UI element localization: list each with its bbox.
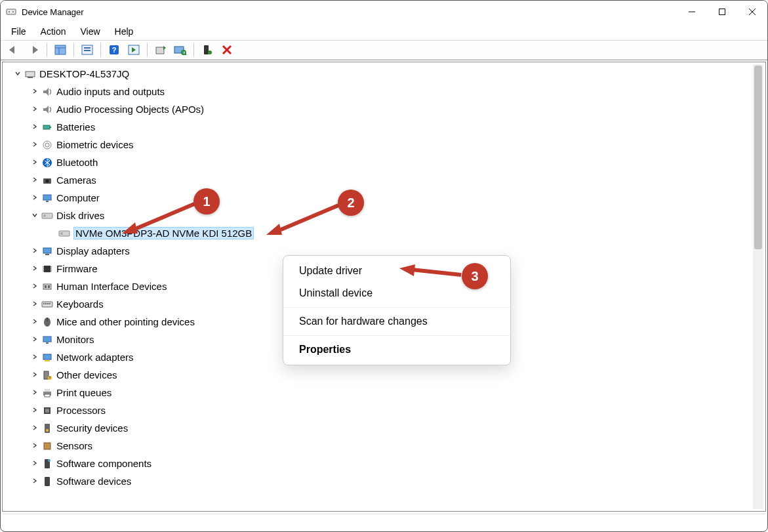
tree-item-security[interactable]: Security devices [5, 419, 765, 437]
svg-point-44 [60, 232, 63, 235]
toolbar-separator [73, 43, 74, 57]
close-button[interactable] [737, 1, 767, 23]
expand-icon[interactable] [29, 159, 41, 167]
expand-icon[interactable] [29, 442, 41, 450]
svg-rect-13 [84, 47, 91, 49]
menubar: File Action View Help [1, 23, 767, 40]
tree-item-bluetooth[interactable]: Bluetooth [5, 153, 765, 171]
context-properties[interactable]: Properties [283, 338, 510, 361]
svg-text:?: ? [112, 46, 117, 54]
svg-marker-8 [33, 46, 38, 54]
vertical-scrollbar[interactable] [753, 64, 763, 509]
tree-item-apo[interactable]: Audio Processing Objects (APOs) [5, 100, 765, 118]
camera-icon [41, 174, 54, 187]
expand-icon[interactable] [29, 478, 41, 485]
expand-icon[interactable] [29, 106, 41, 113]
tree-item-label: Monitors [56, 334, 94, 345]
disk-icon [41, 209, 54, 222]
expand-icon[interactable] [29, 424, 41, 432]
monitor-icon [41, 192, 54, 205]
svg-rect-28 [26, 72, 35, 77]
tree-item-label: Sensors [56, 440, 92, 451]
svg-rect-58 [43, 303, 45, 304]
expand-icon[interactable] [29, 194, 41, 202]
update-driver-button[interactable] [152, 41, 170, 58]
tree-item-batteries[interactable]: Batteries [5, 118, 765, 136]
menu-action[interactable]: Action [34, 25, 73, 38]
tree-item-software-devices[interactable]: Software devices [5, 472, 765, 490]
minimize-button[interactable] [677, 1, 707, 23]
battery-icon [41, 121, 54, 134]
tree-item-label: Biometric devices [56, 139, 134, 150]
annotation-badge-1: 1 [193, 188, 220, 215]
tree-item-processors[interactable]: Processors [5, 401, 765, 419]
expand-icon[interactable] [29, 318, 41, 326]
tree-item-audio-inputs[interactable]: Audio inputs and outputs [5, 83, 765, 100]
tree-root[interactable]: DESKTOP-4L537JQ [5, 65, 765, 83]
tree-item-software-components[interactable]: Software components [5, 455, 765, 472]
menu-help[interactable]: Help [108, 25, 140, 38]
back-button[interactable] [5, 41, 23, 58]
expand-icon[interactable] [29, 247, 41, 255]
tree-item-sensors[interactable]: Sensors [5, 437, 765, 455]
help-button[interactable]: ? [105, 41, 123, 58]
svg-rect-67 [45, 360, 50, 361]
annotation-badge-2: 2 [338, 190, 364, 216]
software-icon [41, 475, 54, 488]
svg-marker-87 [399, 264, 415, 276]
maximize-button[interactable] [707, 1, 737, 23]
context-separator [283, 307, 510, 308]
svg-rect-66 [43, 354, 51, 359]
scrollbar-thumb[interactable] [754, 66, 762, 249]
tree-item-biometric[interactable]: Biometric devices [5, 136, 765, 153]
svg-point-25 [208, 51, 212, 54]
tree-item-printers[interactable]: Print queues [5, 384, 765, 401]
expand-icon[interactable] [29, 460, 41, 468]
expand-icon[interactable] [29, 265, 41, 273]
menu-view[interactable]: View [73, 25, 106, 38]
action-button[interactable] [125, 41, 143, 58]
tree-root-label: DESKTOP-4L537JQ [39, 68, 129, 79]
expand-icon[interactable] [29, 283, 41, 291]
collapse-icon[interactable] [12, 70, 24, 78]
display-adapter-icon [41, 245, 54, 258]
expand-icon[interactable] [29, 407, 41, 415]
app-icon [6, 7, 16, 17]
tree-item-cameras[interactable]: Cameras [5, 171, 765, 189]
scan-hardware-button[interactable] [171, 41, 190, 58]
mouse-icon [41, 316, 54, 329]
tree-item-label: Software devices [56, 476, 131, 487]
forward-button[interactable] [24, 41, 43, 58]
expand-icon[interactable] [29, 141, 41, 149]
expand-icon[interactable] [29, 336, 41, 344]
properties-button[interactable] [78, 41, 96, 58]
expand-icon[interactable] [29, 371, 41, 379]
svg-point-1 [9, 11, 10, 12]
unknown-device-icon: ? [41, 369, 54, 382]
collapse-icon[interactable] [29, 212, 41, 220]
tree-item-label: Disk drives [56, 210, 104, 221]
tree-item-label: Keyboards [56, 298, 104, 310]
computer-icon [24, 68, 37, 81]
svg-line-86 [412, 270, 461, 275]
hid-icon [41, 280, 54, 293]
uninstall-device-button[interactable] [218, 41, 236, 58]
expand-icon[interactable] [29, 300, 41, 308]
window-controls [677, 1, 767, 23]
tree-item-label: Software components [56, 458, 152, 469]
tree-item-other[interactable]: ? Other devices [5, 366, 765, 384]
svg-marker-31 [43, 106, 49, 113]
context-scan-hardware[interactable]: Scan for hardware changes [283, 310, 510, 333]
expand-icon[interactable] [29, 354, 41, 361]
expand-icon[interactable] [29, 389, 41, 397]
menu-file[interactable]: File [5, 25, 33, 38]
expand-icon[interactable] [29, 123, 41, 131]
expand-icon[interactable] [29, 88, 41, 96]
svg-rect-65 [46, 342, 49, 344]
svg-marker-30 [43, 88, 49, 96]
show-hide-tree-button[interactable] [51, 41, 70, 58]
expand-icon[interactable] [29, 176, 41, 184]
enable-device-button[interactable] [198, 41, 216, 58]
tree-item-label: Computer [56, 192, 100, 203]
svg-rect-81 [45, 477, 50, 486]
